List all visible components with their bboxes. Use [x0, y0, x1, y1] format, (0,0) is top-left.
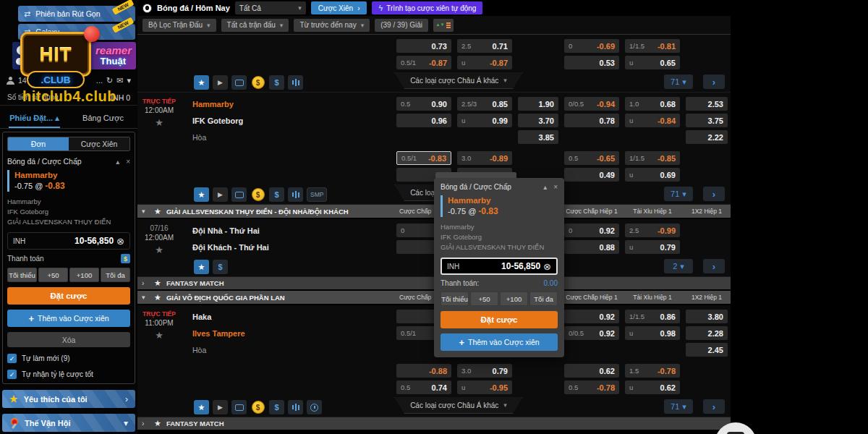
- odds-cell[interactable]: 3.70: [518, 114, 558, 127]
- dollar-icon-button[interactable]: $: [269, 75, 284, 90]
- odds-cell[interactable]: u0.65: [625, 56, 680, 69]
- odds-cell[interactable]: 1/1.5-0.81: [625, 39, 680, 53]
- dollar-icon-button[interactable]: $: [269, 187, 284, 202]
- odds-cell[interactable]: u0.62: [625, 380, 680, 394]
- odds-cell[interactable]: u0.69: [625, 168, 680, 182]
- bars-icon-button[interactable]: [288, 75, 303, 90]
- market-count-dropdown[interactable]: 71▾: [664, 75, 693, 89]
- market-count-dropdown[interactable]: 2▾: [664, 259, 693, 273]
- match-filter-dropdown[interactable]: Bộ Lọc Trận Đấu▾: [142, 19, 216, 32]
- next-page-button[interactable]: ›: [703, 75, 725, 89]
- tv-icon-button[interactable]: [231, 187, 247, 202]
- coin-icon-button[interactable]: $: [250, 187, 265, 202]
- odds-cell[interactable]: 0.50.90: [396, 97, 451, 111]
- star-icon[interactable]: ★: [154, 278, 161, 288]
- bars-icon-button[interactable]: [288, 400, 303, 414]
- plus50-button[interactable]: +50: [38, 268, 68, 282]
- plus100-button[interactable]: +100: [69, 268, 99, 282]
- odds-cell[interactable]: 2.22: [686, 130, 728, 144]
- tab-bet-board[interactable]: Bảng Cược: [69, 109, 137, 128]
- stake-input[interactable]: INH 10-56,850 ⊗: [441, 258, 558, 275]
- odds-cell[interactable]: u-0.84: [625, 114, 680, 127]
- next-page-button[interactable]: ›: [703, 187, 725, 201]
- close-icon[interactable]: ×: [126, 158, 130, 166]
- tv-icon-button[interactable]: [231, 75, 247, 90]
- odds-cell[interactable]: 0.96: [396, 114, 451, 127]
- mail-icon[interactable]: ✉: [116, 76, 123, 85]
- asian-markets-tab[interactable]: Các loại cược Châu Á khác▾: [394, 72, 523, 89]
- max-stake-button[interactable]: Tối đa: [529, 292, 558, 306]
- place-bet-button[interactable]: Đặt cược: [441, 311, 558, 328]
- parlay-button[interactable]: Cược Xiên›: [311, 1, 367, 14]
- league-count-button[interactable]: (39 / 39) Giải: [375, 19, 428, 32]
- checkbox-checked-icon[interactable]: ✓: [7, 354, 17, 363]
- auto-refresh-row[interactable]: ✓ Tự làm mới (9): [7, 354, 130, 363]
- odds-cell[interactable]: 0.49: [564, 168, 619, 182]
- odds-cell[interactable]: 1/1.50.86: [625, 310, 680, 323]
- odds-cell[interactable]: 0.62: [564, 364, 619, 378]
- odds-cell[interactable]: 0.5-0.65: [564, 151, 619, 165]
- play-icon-button[interactable]: ▶: [213, 187, 228, 202]
- odds-cell[interactable]: 3.85: [518, 130, 558, 144]
- clear-stake-icon[interactable]: ⊗: [543, 261, 551, 272]
- odds-cell[interactable]: 2.53: [686, 97, 728, 111]
- sidebar-item-compact-version[interactable]: ⇄ Phiên bản Rút Gọn NEW: [18, 6, 135, 22]
- sport-filter-select[interactable]: Tất Cả▾: [235, 1, 306, 14]
- dollar-icon-button[interactable]: $: [213, 260, 228, 274]
- sort-button[interactable]: ▲▼: [433, 19, 454, 32]
- asian-markets-tab[interactable]: Các loại cược Châu Á khác▾: [394, 397, 523, 414]
- olympics-banner[interactable]: Thế Vận Hội ▾: [2, 414, 135, 432]
- odds-cell[interactable]: 2.28: [686, 326, 728, 340]
- market-count-dropdown[interactable]: 71▾: [664, 187, 693, 201]
- odds-cell[interactable]: 2.45: [686, 343, 728, 357]
- star-icon[interactable]: ★: [154, 207, 161, 216]
- play-icon-button[interactable]: ▶: [213, 400, 228, 414]
- odds-cell[interactable]: u-0.95: [457, 380, 512, 394]
- dollar-icon-button[interactable]: $: [269, 400, 284, 414]
- favorites-banner[interactable]: ★ Yêu thích của tôi ›: [2, 390, 135, 408]
- auto-accept-row[interactable]: ✓ Tự nhận tỷ lệ cược tốt: [7, 370, 130, 379]
- odds-cell[interactable]: -0.88: [396, 364, 451, 378]
- stake-input[interactable]: INH 10-56,850 ⊗: [7, 232, 130, 250]
- collapse-icon[interactable]: ▴: [116, 158, 119, 166]
- checkbox-checked-icon[interactable]: ✓: [7, 370, 17, 379]
- odds-cell[interactable]: 3.00.79: [457, 364, 512, 378]
- min-stake-button[interactable]: Tối thiểu: [7, 268, 37, 282]
- odds-cell[interactable]: 0.5/1-0.87: [396, 56, 451, 69]
- odds-cell[interactable]: 0/0.5-0.94: [564, 97, 619, 111]
- odds-cell[interactable]: 1.5-0.78: [625, 364, 680, 378]
- clock-icon-button[interactable]: [307, 400, 322, 414]
- star-icon-button[interactable]: ★: [194, 260, 209, 274]
- next-page-button[interactable]: ›: [703, 399, 725, 414]
- odds-cell[interactable]: u0.98: [625, 326, 680, 340]
- odds-cell[interactable]: 00.92: [564, 224, 619, 237]
- coin-icon-button[interactable]: $: [250, 75, 265, 90]
- clear-button[interactable]: Xóa: [7, 332, 130, 347]
- odds-cell[interactable]: 3.80: [686, 310, 728, 323]
- max-stake-button[interactable]: Tối đa: [101, 268, 130, 282]
- odds-cell[interactable]: 0.53: [564, 56, 619, 69]
- odds-cell[interactable]: u0.79: [625, 240, 680, 254]
- min-stake-button[interactable]: Tối thiểu: [441, 292, 469, 306]
- odds-cell[interactable]: 0-0.69: [564, 39, 619, 53]
- odds-cell[interactable]: 2.50.71: [457, 39, 512, 53]
- odds-cell[interactable]: 2.5-0.99: [625, 224, 680, 237]
- star-icon-button[interactable]: ★: [194, 400, 209, 414]
- odds-cell[interactable]: 2.5/30.85: [457, 97, 512, 111]
- odds-cell[interactable]: 0.78: [564, 114, 619, 127]
- odds-cell[interactable]: 0.5/1-0.83: [396, 151, 451, 165]
- odds-cell[interactable]: 1.00.68: [625, 97, 680, 111]
- odds-cell[interactable]: 0.50.74: [396, 380, 451, 394]
- tab-bet-slip[interactable]: Phiếu Đặt... ▴: [0, 109, 69, 128]
- clear-stake-icon[interactable]: ⊗: [116, 236, 124, 247]
- coin-icon-button[interactable]: $: [250, 400, 265, 414]
- favorite-star-icon[interactable]: ★: [137, 330, 181, 341]
- tv-icon-button[interactable]: [231, 400, 247, 414]
- all-matches-dropdown[interactable]: Tất cả trận đấu▾: [221, 19, 289, 32]
- odds-cell[interactable]: u-0.87: [457, 56, 512, 69]
- favorite-star-icon[interactable]: ★: [137, 244, 181, 255]
- odds-cell[interactable]: 0.88: [564, 240, 619, 254]
- odds-cell[interactable]: u0.99: [457, 114, 512, 127]
- next-page-button[interactable]: ›: [703, 259, 725, 273]
- odds-cell[interactable]: 1.90: [518, 97, 558, 111]
